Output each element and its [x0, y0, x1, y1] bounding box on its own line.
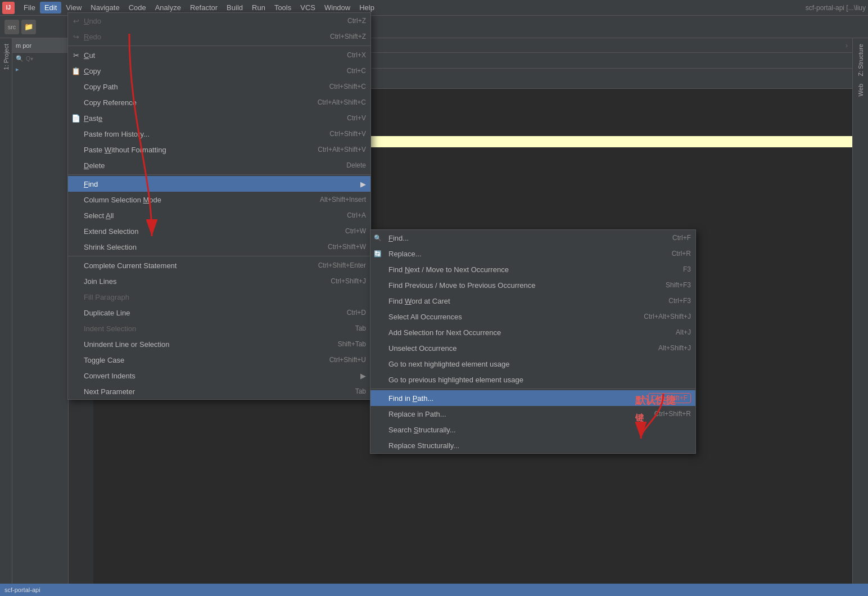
join-lines-shortcut: Ctrl+Shift+J [331, 277, 366, 285]
unindent-label: Unindent Line or Selection [84, 340, 338, 349]
menu-tools[interactable]: Tools [270, 2, 296, 13]
search-label: Q▾ [26, 56, 33, 62]
submenu-item-find-prev[interactable]: Find Previous / Move to Previous Occurre… [370, 277, 695, 293]
menu-item-shrink-selection[interactable]: Shrink Selection Ctrl+Shift+W [68, 239, 370, 255]
sidebar-item-project[interactable]: 1: Project [1, 39, 12, 74]
submenu-item-find[interactable]: 🔍 Find... Ctrl+F [370, 230, 695, 246]
sidebar-item-web[interactable]: Web [855, 80, 866, 100]
divider3 [68, 256, 370, 256]
submenu-item-find-next[interactable]: Find Next / Move to Next Occurrence F3 [370, 261, 695, 277]
menu-help[interactable]: Help [355, 2, 379, 13]
submenu-item-add-selection[interactable]: Add Selection for Next Occurrence Alt+J [370, 324, 695, 340]
menu-item-copy-path[interactable]: Copy Path Ctrl+Shift+C [68, 79, 370, 94]
paste-history-shortcut: Ctrl+Shift+V [329, 130, 366, 138]
menu-item-next-parameter[interactable]: Next Parameter Tab [68, 383, 370, 399]
menu-run[interactable]: Run [247, 2, 270, 13]
redo-label: Redo [84, 33, 330, 41]
project-panel-header: m por [12, 38, 68, 53]
toolbar-folder-icon[interactable]: 📁 [21, 20, 36, 34]
menu-item-unindent[interactable]: Unindent Line or Selection Shift+Tab [68, 336, 370, 352]
paste-no-format-shortcut: Ctrl+Alt+Shift+V [318, 146, 366, 153]
submenu-item-go-next-highlighted[interactable]: Go to next highlighted element usage [370, 356, 695, 372]
cut-label: Cut [84, 51, 347, 60]
select-all-shortcut: Ctrl+A [347, 211, 366, 219]
submenu-item-replace-in-path[interactable]: Replace in Path... Ctrl+Shift+R [370, 406, 695, 422]
edit-dropdown-menu: ↩ Undo Ctrl+Z ↪ Redo Ctrl+Shift+Z ✂ Cut … [67, 12, 371, 400]
menu-build[interactable]: Build [222, 2, 247, 13]
menu-navigate[interactable]: Navigate [86, 2, 124, 13]
menu-item-fill-paragraph[interactable]: Fill Paragraph [68, 289, 370, 305]
menu-item-paste[interactable]: 📄 Paste Ctrl+V [68, 110, 370, 126]
toolbar-src-button[interactable]: src [4, 20, 19, 34]
project-panel-title: m por [16, 42, 31, 49]
menu-item-indent-selection[interactable]: Indent Selection Tab [68, 320, 370, 336]
menu-item-copy[interactable]: 📋 Copy Ctrl+C [68, 63, 370, 79]
complete-statement-shortcut: Ctrl+Shift+Enter [318, 261, 366, 269]
submenu-add-selection-label: Add Selection for Next Occurrence [377, 328, 501, 337]
menu-item-delete[interactable]: Delete Delete [68, 157, 370, 173]
menu-refactor[interactable]: Refactor [186, 2, 222, 13]
submenu-find-word-label: Find Word at Caret [377, 297, 450, 305]
app-title: scf-portal-api [...\liuy [806, 4, 866, 12]
paste-icon: 📄 [71, 114, 80, 123]
submenu-item-go-prev-highlighted[interactable]: Go to previous highlighted element usage [370, 372, 695, 387]
submenu-find-next-shortcut: F3 [683, 265, 691, 273]
menu-item-complete-statement[interactable]: Complete Current Statement Ctrl+Shift+En… [68, 258, 370, 273]
submenu-item-unselect[interactable]: Unselect Occurrence Alt+Shift+J [370, 340, 695, 356]
shrink-selection-shortcut: Ctrl+Shift+W [328, 243, 366, 251]
submenu-item-select-all-occ[interactable]: Select All Occurrences Ctrl+Alt+Shift+J [370, 309, 695, 324]
menu-vcs[interactable]: VCS [296, 2, 320, 13]
menu-item-convert-indents[interactable]: Convert Indents ▶ [68, 368, 370, 383]
duplicate-line-shortcut: Ctrl+D [347, 309, 366, 317]
menu-item-cut[interactable]: ✂ Cut Ctrl+X [68, 47, 370, 63]
submenu-select-all-occ-shortcut: Ctrl+Alt+Shift+J [644, 313, 691, 320]
submenu-item-find-word[interactable]: Find Word at Caret Ctrl+F3 [370, 293, 695, 309]
paste-shortcut: Ctrl+V [347, 114, 366, 122]
menu-item-join-lines[interactable]: Join Lines Ctrl+Shift+J [68, 273, 370, 289]
menu-item-column-selection[interactable]: Column Selection Mode Alt+Shift+Insert [68, 192, 370, 207]
duplicate-line-label: Duplicate Line [84, 309, 347, 317]
submenu-replace-in-path-label: Replace in Path... [377, 410, 446, 418]
join-lines-label: Join Lines [84, 277, 331, 286]
sidebar-item-structure[interactable]: Z: Structure [855, 40, 866, 79]
toggle-case-shortcut: Ctrl+Shift+U [329, 356, 366, 364]
replace-icon: 🔄 [374, 250, 382, 258]
menu-code[interactable]: Code [124, 2, 151, 13]
menu-item-toggle-case[interactable]: Toggle Case Ctrl+Shift+U [68, 352, 370, 368]
find-submenu: 🔍 Find... Ctrl+F 🔄 Replace... Ctrl+R Fin… [370, 229, 696, 454]
menu-item-paste-no-format[interactable]: Paste Without Formatting Ctrl+Alt+Shift+… [68, 142, 370, 157]
chinese-annotation-key: 键 [635, 413, 644, 423]
submenu-item-replace[interactable]: 🔄 Replace... Ctrl+R [370, 246, 695, 261]
breadcrumb-nav-icon[interactable]: › [846, 42, 848, 49]
menu-item-redo[interactable]: ↪ Redo Ctrl+Shift+Z [68, 29, 370, 44]
next-parameter-label: Next Parameter [84, 387, 355, 396]
submenu-find-prev-label: Find Previous / Move to Previous Occurre… [377, 281, 536, 290]
shrink-selection-label: Shrink Selection [84, 243, 328, 251]
find-submenu-arrow: ▶ [360, 180, 366, 188]
menu-view[interactable]: View [61, 2, 86, 13]
next-parameter-shortcut: Tab [355, 387, 366, 395]
menu-analyze[interactable]: Analyze [151, 2, 186, 13]
submenu-replace-shortcut: Ctrl+R [672, 250, 691, 258]
submenu-find-in-path-label: Find in Path... [377, 394, 433, 403]
menu-edit[interactable]: Edit [40, 2, 61, 13]
project-search-row[interactable]: 🔍 Q▾ [12, 53, 68, 65]
menu-window[interactable]: Window [320, 2, 355, 13]
project-tree-item[interactable]: ▸ [12, 65, 68, 74]
menu-item-paste-history[interactable]: Paste from History... Ctrl+Shift+V [68, 126, 370, 142]
copy-shortcut: Ctrl+C [347, 67, 366, 75]
menu-item-extend-selection[interactable]: Extend Selection Ctrl+W [68, 223, 370, 239]
menu-item-undo[interactable]: ↩ Undo Ctrl+Z [68, 13, 370, 29]
right-sidebar: Z: Structure Web [852, 38, 868, 584]
submenu-replace-structurally-label: Replace Structurally... [377, 441, 459, 450]
submenu-divider1 [370, 389, 695, 389]
menu-item-find[interactable]: Find ▶ [68, 176, 370, 192]
menu-item-duplicate-line[interactable]: Duplicate Line Ctrl+D [68, 305, 370, 320]
submenu-item-search-structurally[interactable]: Search Structurally... [370, 422, 695, 437]
menu-item-select-all[interactable]: Select All Ctrl+A [68, 207, 370, 223]
column-selection-shortcut: Alt+Shift+Insert [320, 196, 366, 204]
menu-item-copy-reference[interactable]: Copy Reference Ctrl+Alt+Shift+C [68, 94, 370, 110]
menu-file[interactable]: File [19, 2, 40, 13]
fill-paragraph-label: Fill Paragraph [84, 293, 366, 301]
submenu-item-replace-structurally[interactable]: Replace Structurally... [370, 437, 695, 453]
